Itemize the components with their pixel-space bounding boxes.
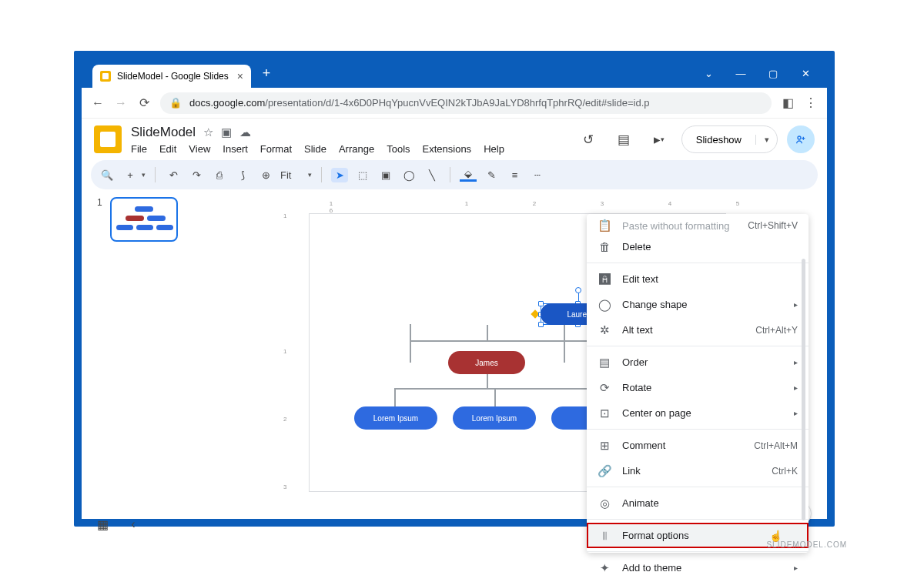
ctx-animate[interactable]: ◎ Animate <box>587 490 808 516</box>
format-options-icon: ⫴ <box>598 529 611 543</box>
comment-icon: ⊞ <box>598 439 611 453</box>
theme-icon: ✦ <box>598 561 611 573</box>
ctx-comment[interactable]: ⊞ Comment Ctrl+Alt+M <box>587 433 808 458</box>
menu-format[interactable]: Format <box>260 143 292 155</box>
ctx-alt-text[interactable]: ✲ Alt text Ctrl+Alt+Y <box>587 317 808 343</box>
ctx-add-to-theme[interactable]: ✦ Add to theme ▸ <box>587 555 808 572</box>
ctx-change-shape[interactable]: ◯ Change shape ▸ <box>587 292 808 317</box>
tab-close-icon[interactable]: × <box>237 70 243 82</box>
ctx-order[interactable]: ▤ Order ▸ <box>587 350 808 375</box>
reload-button[interactable]: ⟳ <box>137 96 151 110</box>
browser-tab[interactable]: SlideModel - Google Slides × <box>92 65 251 88</box>
new-slide-icon[interactable]: + <box>122 169 139 181</box>
menu-file[interactable]: File <box>131 143 147 155</box>
submenu-arrow-icon: ▸ <box>794 383 798 392</box>
ctx-edit-text[interactable]: 🅰 Edit text <box>587 266 808 292</box>
border-color-icon[interactable]: ✎ <box>483 169 500 181</box>
undo-icon[interactable]: ↶ <box>165 169 182 181</box>
menu-tools[interactable]: Tools <box>387 143 410 155</box>
image-icon[interactable]: ▣ <box>377 169 394 181</box>
shape-lorem1[interactable]: Lorem Ipsum <box>354 406 437 430</box>
zoom-icon[interactable]: ⊕ <box>257 169 274 181</box>
browser-addressbar: ← → ⟳ 🔒 docs.google.com/presentation/d/1… <box>82 88 827 119</box>
comments-icon[interactable]: ▤ <box>611 126 637 152</box>
thumb-number: 1 <box>97 197 102 208</box>
close-button[interactable]: ✕ <box>792 65 819 82</box>
menu-edit[interactable]: Edit <box>159 143 176 155</box>
slideshow-button[interactable]: Slideshow ▾ <box>681 125 778 153</box>
minimize-button[interactable]: — <box>727 65 755 82</box>
ctx-delete[interactable]: 🗑 Delete <box>587 234 808 259</box>
textbox-icon[interactable]: ⬚ <box>354 169 371 181</box>
menu-slide[interactable]: Slide <box>304 143 326 155</box>
back-button[interactable]: ← <box>91 96 105 110</box>
change-shape-icon: ◯ <box>598 298 611 312</box>
link-icon: 🔗 <box>598 464 611 478</box>
submenu-arrow-icon: ▸ <box>794 409 798 417</box>
menu-arrange[interactable]: Arrange <box>339 143 374 155</box>
menu-bar: File Edit View Insert Format Slide Arran… <box>131 143 504 155</box>
slideshow-dropdown[interactable]: ▾ <box>755 135 777 145</box>
app-window: SlideModel - Google Slides × + ⌄ — ▢ ✕ ←… <box>74 51 835 527</box>
edit-text-icon: 🅰 <box>598 273 611 286</box>
ctx-paste-without-formatting[interactable]: 📋 Paste without formatting Ctrl+Shift+V <box>587 217 808 234</box>
ctx-link[interactable]: 🔗 Link Ctrl+K <box>587 458 808 483</box>
url-host: docs.google.com <box>189 97 265 109</box>
toolbar: 🔍 +▾ ↶ ↷ ⎙ ⟆ ⊕ Fit▾ ➤ ⬚ ▣ ◯ ╲ ⬙ ✎ ≡ ┄ <box>91 160 818 189</box>
menu-help[interactable]: Help <box>484 143 504 155</box>
submenu-arrow-icon: ▸ <box>794 564 798 572</box>
new-tab-button[interactable]: + <box>257 64 276 82</box>
slideshow-label: Slideshow <box>682 134 755 146</box>
chevron-down-icon[interactable]: ⌄ <box>695 65 722 82</box>
kebab-menu-icon[interactable]: ⋮ <box>804 96 818 110</box>
url-path: /presentation/d/1-4x6D0PHqYpucnVvEQIN2kT… <box>265 97 649 109</box>
prev-slide-icon[interactable]: ‹ <box>125 516 142 533</box>
browser-titlebar: SlideModel - Google Slides × + ⌄ — ▢ ✕ <box>82 59 827 88</box>
watermark: SLIDEMODEL.COM <box>766 540 847 549</box>
shape-james[interactable]: James <box>448 351 525 374</box>
share-button[interactable] <box>787 125 815 153</box>
forward-button[interactable]: → <box>114 96 128 110</box>
menu-insert[interactable]: Insert <box>223 143 248 155</box>
context-menu: 📋 Paste without formatting Ctrl+Shift+V … <box>587 214 808 553</box>
menu-view[interactable]: View <box>189 143 210 155</box>
submenu-arrow-icon: ▸ <box>794 358 798 366</box>
move-folder-icon[interactable]: ▣ <box>221 125 232 139</box>
url-field[interactable]: 🔒 docs.google.com/presentation/d/1-4x6D0… <box>160 92 772 114</box>
redo-icon[interactable]: ↷ <box>188 169 205 181</box>
maximize-button[interactable]: ▢ <box>759 65 787 82</box>
app-header: SlideModel ☆ ▣ ☁ File Edit View Insert F… <box>82 119 827 160</box>
shape-icon[interactable]: ◯ <box>400 169 417 181</box>
meet-icon[interactable]: ▸▾ <box>646 126 672 152</box>
border-weight-icon[interactable]: ≡ <box>506 169 523 181</box>
svg-point-0 <box>798 136 801 139</box>
print-icon[interactable]: ⎙ <box>211 169 228 181</box>
history-icon[interactable]: ↺ <box>575 126 601 152</box>
line-icon[interactable]: ╲ <box>424 169 440 181</box>
select-tool-icon[interactable]: ➤ <box>331 168 348 182</box>
slides-favicon <box>100 71 111 82</box>
center-icon: ⊡ <box>598 406 611 420</box>
slide-thumbnail-1[interactable] <box>110 197 178 242</box>
ctx-rotate[interactable]: ⟳ Rotate ▸ <box>587 375 808 400</box>
submenu-arrow-icon: ▸ <box>794 300 798 309</box>
doc-title[interactable]: SlideModel <box>131 125 196 140</box>
slides-logo-icon[interactable] <box>94 125 122 153</box>
grid-view-icon[interactable]: ▦ <box>94 516 111 533</box>
vertical-ruler: 1123 <box>283 212 294 551</box>
star-icon[interactable]: ☆ <box>203 125 213 139</box>
shape-lorem2[interactable]: Lorem Ipsum <box>453 406 536 430</box>
border-dash-icon[interactable]: ┄ <box>529 169 546 181</box>
fill-color-icon[interactable]: ⬙ <box>460 168 477 182</box>
sidepanel-icon[interactable]: ◧ <box>781 96 795 110</box>
menu-extensions[interactable]: Extensions <box>423 143 472 155</box>
rotate-icon: ⟳ <box>598 381 611 395</box>
search-menus-icon[interactable]: 🔍 <box>99 169 116 181</box>
tab-title: SlideModel - Google Slides <box>117 71 229 82</box>
order-icon: ▤ <box>598 356 611 370</box>
ctx-center-on-page[interactable]: ⊡ Center on page ▸ <box>587 400 808 426</box>
zoom-level[interactable]: Fit <box>280 169 291 181</box>
animate-icon: ◎ <box>598 497 611 510</box>
paint-format-icon[interactable]: ⟆ <box>234 169 251 181</box>
ctx-scrollbar[interactable] <box>802 259 805 520</box>
